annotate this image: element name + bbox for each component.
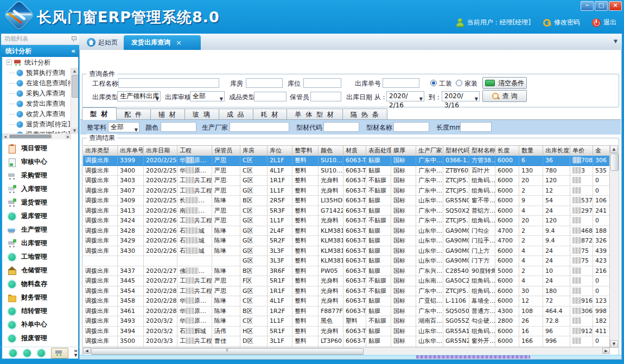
product-type-input[interactable] [254,92,286,101]
column-header[interactable]: 型材代码 [443,146,469,156]
table-row[interactable]: 调拨出库34092020/2/25长…陈琳B区2R5F整料LI35HD6063-… [83,196,610,206]
tab-close-icon[interactable]: × [176,39,182,47]
profile-name-input[interactable] [393,122,429,132]
material-tab[interactable]: 型 材 [82,107,117,120]
dot-icon[interactable] [37,349,45,357]
tree-vertical-scrollbar[interactable]: ▲ ▼ [71,68,78,134]
clear-conditions-button[interactable]: 清空条件 [482,77,527,89]
column-header[interactable]: 颜色 [319,146,343,156]
pin-icon[interactable] [71,36,76,42]
location-input[interactable] [303,78,341,88]
scroll-up-icon[interactable]: ▲ [71,68,78,74]
column-header[interactable]: 膜厚 [391,146,416,156]
sidebar-menu-item[interactable]: 生产管理 [2,223,78,237]
sidebar-section-header[interactable]: 统计分析 « [1,45,79,57]
table-row[interactable]: 调拨出库34372020/2/27佛…陈琳B区3R6F整料PW056063-T5… [83,266,610,277]
table-row[interactable]: 调拨出库34932020/3/2华原…陈琳C区1L1F整料黑色塑料不贴膜国标湖南… [83,316,610,327]
manufacturer-input[interactable] [230,122,289,132]
sidebar-menu-item[interactable]: 物料盘存 [2,277,78,291]
cart-button[interactable] [51,348,68,359]
collapse-icon[interactable]: « [71,45,75,57]
tree-horizontal-scrollbar[interactable]: ◀ ▶ [2,133,71,139]
column-header[interactable]: 单价 [570,146,593,156]
table-row[interactable]: 调拨出库34132020/2/26南…严思C区5R3F整料G714226063-… [83,206,610,216]
audit-select[interactable]: 全部▼ [190,91,225,101]
close-button[interactable]: × [609,1,622,11]
dot-icon[interactable] [9,349,17,357]
column-header[interactable]: 数量 [519,146,543,156]
keeper-input[interactable] [310,92,341,101]
sidebar-menu-item[interactable]: 入库管理 [2,182,78,196]
sidebar-menu-item[interactable]: 结转管理 [2,304,78,318]
length-input[interactable] [460,122,492,132]
out-type-select[interactable]: 生产领料出库▼ [117,91,161,101]
sidebar-menu-item[interactable]: 采购管理 [2,169,78,182]
scroll-left-icon[interactable]: ◀ [2,134,8,139]
table-row[interactable]: 调拨出库34612020/2/28华原…陈琳B区1R2F整料F8877FT606… [83,306,610,317]
material-tab[interactable]: 辅 材 [150,108,185,120]
sidebar-menu-item[interactable]: 工地管理 [2,250,78,264]
sidebar-menu-item[interactable]: 出库管理 [2,237,78,250]
table-row[interactable]: 调拨出库34542020/2/28工共工程严思G区1R1F整料光身料6063-T… [83,286,610,297]
tree-item[interactable]: 收货入库查询 [2,109,71,119]
sidebar-menu-item[interactable]: 审核中心 [2,155,78,169]
tree-item[interactable]: 采购入库查询 [2,88,71,99]
whole-part-select[interactable]: 全部▼ [108,122,139,132]
material-tab[interactable]: 耗 材 [253,108,288,120]
logout[interactable]: 退出 [592,18,616,27]
order-no-input[interactable] [383,78,419,88]
tree-expander-icon[interactable] [7,60,12,65]
tree-item[interactable]: 发货出库查询 [2,99,71,109]
tab-home[interactable]: 起始页 [82,36,122,48]
project-name-input[interactable] [118,78,219,88]
scroll-right-icon[interactable]: ▶ [602,348,610,354]
table-row[interactable]: 调拨出库34072020/2/25工共工程严思G区1L1F整料光身料6063-T… [83,186,610,196]
table-row[interactable]: 调拨出库34032020/2/25工共工程严思G区1R1F整料光身料6063-T… [83,176,610,186]
date-to-picker[interactable]: 2020/ 3/16▼ [442,91,480,101]
column-header[interactable]: 整零料 [292,146,319,156]
table-row[interactable]: 调拨出库34302020/2/26石城陈琳G区3L3F整料KLM38176063… [83,246,610,257]
column-header[interactable]: 出库长度 [543,146,570,156]
scroll-down-icon[interactable]: ▼ [71,127,78,134]
scroll-down-icon[interactable]: ▼ [610,340,618,348]
material-tab[interactable]: 单 体 型 材 [286,108,342,120]
maximize-button[interactable]: □ [595,1,608,11]
tree-item[interactable]: 预算执行查询 [2,68,71,78]
scrollbar-thumb[interactable] [91,348,364,355]
column-header[interactable]: 工程 [177,146,212,156]
change-password[interactable]: 修改密码 [543,18,580,27]
table-row[interactable]: 调拨出库34002020/2/25华原…严思C区4L1F整料SU10…6063-… [83,166,610,176]
column-header[interactable]: 生产厂家 [416,146,443,156]
radio-gongzhuang[interactable] [430,80,437,86]
material-tab[interactable]: 配 件 [116,108,151,120]
scroll-right-icon[interactable]: ▶ [65,134,71,139]
table-row[interactable]: G区3L3F整料KLM38176063-T5贴膜国标山东华…GA90M09.门下… [83,256,610,266]
radio-jiazhuang[interactable] [456,80,462,86]
table-vertical-scrollbar[interactable]: ▲ ▼ [609,145,618,348]
column-header[interactable]: 表面处理 [366,146,391,156]
sidebar-menu-item[interactable]: 报废管理 [2,331,78,345]
scroll-left-icon[interactable]: ◀ [83,348,91,354]
more-chevron[interactable]: »▾ [74,349,78,357]
table-row[interactable]: 调拨出库34452020/2/27工共工程严思F区5R1F整料光身料6063-T… [83,276,610,286]
column-header[interactable]: 出库单号 [118,146,144,156]
table-row[interactable]: 调拨出库34942020/3/2石辉城汤伟H区5R1F整料光身料6063-T5贴… [83,327,610,337]
table-row[interactable]: 调拨出库34582020/2/28华原…陈琳C区4L1F整料光身料6063-T5… [83,296,610,306]
dot-icon[interactable] [23,349,31,357]
scrollbar-thumb[interactable] [72,75,79,98]
date-from-picker[interactable]: 2020/ 2/16▼ [386,91,424,101]
column-header[interactable]: 金 [593,146,610,156]
table-row[interactable]: 调拨出库34282020/2/26石城陈琳G区2L4F整料KLM38176063… [83,226,610,237]
tab-shipment-outbound-query[interactable]: 发货出库查询 × [124,35,201,50]
table-row[interactable]: 调拨出库35002020/3/3工共工程曹佳D区3L1F整料LT3P606063… [83,336,610,347]
tree-item[interactable]: 在途信息查询[待 [2,78,71,88]
color-input[interactable] [161,122,196,132]
chevron-down-icon[interactable]: ▼ [614,39,617,44]
material-tab[interactable]: 玻 璃 [184,108,219,120]
column-header[interactable]: 出库类型 [83,146,118,156]
column-header[interactable]: 保管员 [212,146,240,156]
scroll-up-icon[interactable]: ▲ [610,145,618,153]
table-horizontal-scrollbar[interactable]: ◀ ▶ [83,347,610,354]
scrollbar-thumb[interactable] [9,135,52,138]
column-header[interactable]: 出库日期 [144,146,177,156]
